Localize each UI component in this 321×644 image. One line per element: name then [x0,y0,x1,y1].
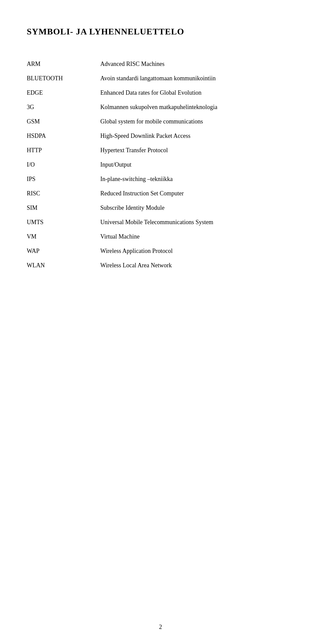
abbreviation-description: Global system for mobile communications [100,114,294,129]
abbreviation-description: Universal Mobile Telecommunications Syst… [100,215,294,229]
abbreviation-row: ARMAdvanced RISC Machines [27,57,294,71]
abbreviation-row: HSDPAHigh-Speed Downlink Packet Access [27,129,294,143]
abbreviation-term: WAP [27,244,100,258]
abbreviation-row: WAPWireless Application Protocol [27,244,294,258]
abbreviation-term: HTTP [27,143,100,158]
abbreviation-term: UMTS [27,215,100,229]
abbreviation-term: IPS [27,172,100,186]
abbreviation-term: ARM [27,57,100,71]
abbreviation-row: RISCReduced Instruction Set Computer [27,186,294,201]
abbreviation-description: Wireless Local Area Network [100,258,294,273]
abbreviation-row: EDGEEnhanced Data rates for Global Evolu… [27,86,294,100]
abbreviation-row: WLANWireless Local Area Network [27,258,294,273]
abbreviation-description: Virtual Machine [100,229,294,244]
abbreviation-description: High-Speed Downlink Packet Access [100,129,294,143]
abbreviation-row: UMTSUniversal Mobile Telecommunications … [27,215,294,229]
abbreviation-row: I/OInput/Output [27,158,294,172]
abbreviation-description: Reduced Instruction Set Computer [100,186,294,201]
abbreviation-term: GSM [27,114,100,129]
abbreviation-term: VM [27,229,100,244]
page: SYMBOLI- JA LYHENNELUETTELO ARMAdvanced … [0,0,321,644]
abbreviation-term: EDGE [27,86,100,100]
abbreviation-row: VMVirtual Machine [27,229,294,244]
abbreviation-term: I/O [27,158,100,172]
page-number: 2 [159,624,162,631]
abbreviation-description: Wireless Application Protocol [100,244,294,258]
abbreviation-description: Advanced RISC Machines [100,57,294,71]
abbreviation-term: 3G [27,100,100,114]
abbreviation-term: SIM [27,201,100,215]
abbreviation-term: RISC [27,186,100,201]
abbreviation-term: BLUETOOTH [27,71,100,86]
abbreviation-row: HTTPHypertext Transfer Protocol [27,143,294,158]
abbreviation-table: ARMAdvanced RISC MachinesBLUETOOTHAvoin … [27,57,294,273]
abbreviation-description: Kolmannen sukupolven matkapuhelinteknolo… [100,100,294,114]
abbreviation-description: Hypertext Transfer Protocol [100,143,294,158]
abbreviation-row: IPSIn-plane-switching –tekniikka [27,172,294,186]
abbreviation-row: GSMGlobal system for mobile communicatio… [27,114,294,129]
abbreviation-term: HSDPA [27,129,100,143]
page-title: SYMBOLI- JA LYHENNELUETTELO [27,27,294,37]
abbreviation-description: Avoin standardi langattomaan kommunikoin… [100,71,294,86]
abbreviation-description: Input/Output [100,158,294,172]
abbreviation-description: In-plane-switching –tekniikka [100,172,294,186]
abbreviation-row: 3GKolmannen sukupolven matkapuhelintekno… [27,100,294,114]
abbreviation-row: BLUETOOTHAvoin standardi langattomaan ko… [27,71,294,86]
abbreviation-description: Subscribe Identity Module [100,201,294,215]
abbreviation-term: WLAN [27,258,100,273]
abbreviation-row: SIMSubscribe Identity Module [27,201,294,215]
abbreviation-description: Enhanced Data rates for Global Evolution [100,86,294,100]
